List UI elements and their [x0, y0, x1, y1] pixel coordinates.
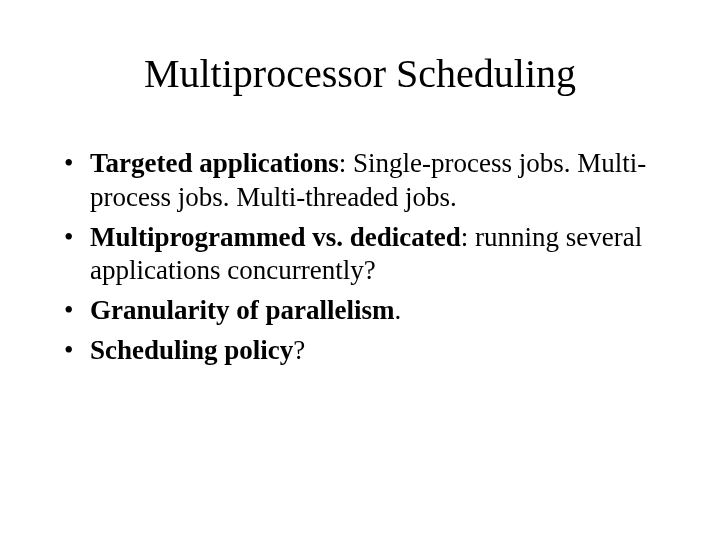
list-item: Scheduling policy? — [60, 334, 666, 368]
bullet-bold: Targeted applications — [90, 148, 339, 178]
slide: Multiprocessor Scheduling Targeted appli… — [0, 0, 720, 540]
bullet-bold: Multiprogrammed vs. dedicated — [90, 222, 461, 252]
list-item: Multiprogrammed vs. dedicated: running s… — [60, 221, 666, 289]
bullet-bold: Scheduling policy — [90, 335, 293, 365]
list-item: Targeted applications: Single-process jo… — [60, 147, 666, 215]
bullet-bold: Granularity of parallelism — [90, 295, 394, 325]
bullet-list: Targeted applications: Single-process jo… — [60, 147, 666, 368]
bullet-text: ? — [293, 335, 305, 365]
slide-title: Multiprocessor Scheduling — [54, 50, 666, 97]
bullet-text: . — [394, 295, 401, 325]
list-item: Granularity of parallelism. — [60, 294, 666, 328]
